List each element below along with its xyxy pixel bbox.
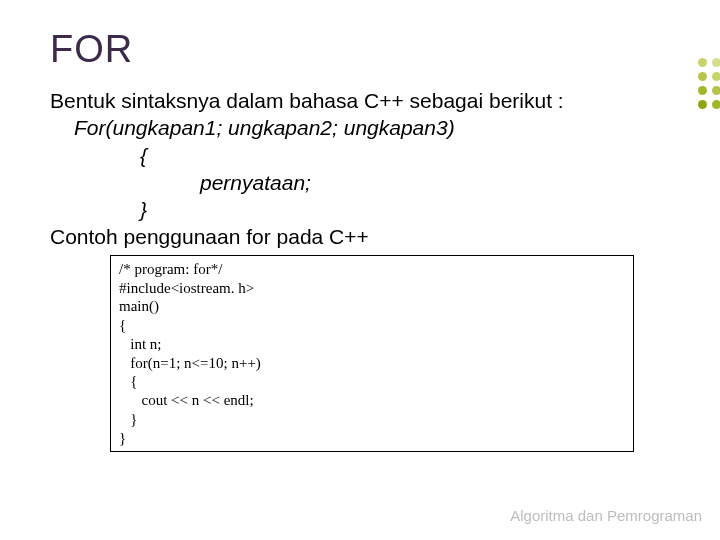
syntax-open-brace: { [140, 142, 670, 169]
code-line: #include<iostream. h> [119, 279, 625, 298]
intro-text: Bentuk sintaksnya dalam bahasa C++ sebag… [50, 87, 670, 114]
body-text: Bentuk sintaksnya dalam bahasa C++ sebag… [50, 87, 670, 251]
code-line: for(n=1; n<=10; n++) [119, 354, 625, 373]
dot-icon [712, 86, 720, 95]
dot-icon [712, 72, 720, 81]
code-line: cout << n << endl; [119, 391, 625, 410]
syntax-for-line: For(ungkapan1; ungkapan2; ungkapan3) [74, 114, 670, 141]
syntax-statement: pernyataan; [200, 169, 670, 196]
dot-icon [698, 86, 707, 95]
code-line: main() [119, 297, 625, 316]
dot-icon [698, 72, 707, 81]
dot-icon [712, 58, 720, 67]
syntax-close-brace: } [140, 196, 670, 223]
slide: FOR Bentuk sintaksnya dalam bahasa C++ s… [0, 0, 720, 540]
code-line: { [119, 316, 625, 335]
code-box: /* program: for*/ #include<iostream. h> … [110, 255, 634, 453]
code-line: } [119, 429, 625, 448]
dot-icon [712, 100, 720, 109]
code-line: { [119, 372, 625, 391]
code-line: } [119, 410, 625, 429]
code-line: int n; [119, 335, 625, 354]
code-line: /* program: for*/ [119, 260, 625, 279]
dot-icon [698, 58, 707, 67]
footer-text: Algoritma dan Pemrograman [510, 507, 702, 524]
example-heading: Contoh penggunaan for pada C++ [50, 223, 670, 250]
page-title: FOR [50, 28, 670, 71]
dot-icon [698, 100, 707, 109]
